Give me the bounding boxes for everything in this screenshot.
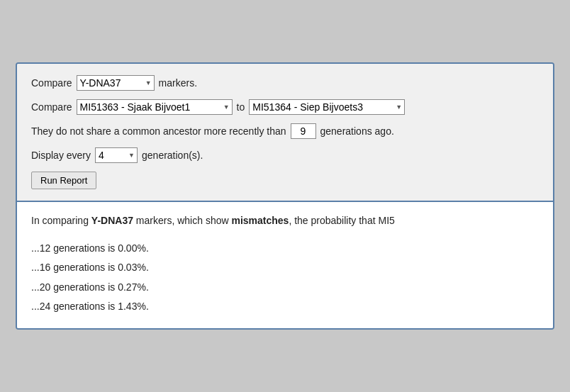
person1-select[interactable]: MI51363 - Sjaak Bijvoet1 bbox=[77, 99, 233, 115]
ancestor-row: They do not share a common ancestor more… bbox=[31, 123, 539, 139]
intro-marker: Y-DNA37 bbox=[91, 215, 133, 226]
intro-post: , the probability that MI5 bbox=[289, 215, 394, 226]
display-row: Display every 4 1 2 3 5 generation(s). bbox=[31, 147, 539, 163]
compare-label-2: Compare bbox=[31, 101, 72, 113]
bottom-section: In comparing Y-DNA37 markers, which show… bbox=[17, 202, 553, 328]
display-select-wrapper: 4 1 2 3 5 bbox=[95, 147, 138, 163]
generations-list: ...12 generations is 0.00%. ...16 genera… bbox=[31, 240, 539, 315]
run-report-button[interactable]: Run Report bbox=[31, 172, 96, 189]
gen-line-2: ...16 generations is 0.03%. bbox=[31, 262, 149, 273]
generations-input[interactable]: 9 bbox=[291, 123, 316, 139]
display-label-post: generation(s). bbox=[142, 150, 203, 161]
list-item: ...16 generations is 0.03%. bbox=[31, 259, 539, 276]
intro-mismatch: mismatches bbox=[231, 215, 289, 226]
display-label-pre: Display every bbox=[31, 150, 91, 161]
main-container: Compare Y-DNA37 Y-DNA67 Y-DNA111 markers… bbox=[16, 62, 554, 330]
person1-select-wrapper: MI51363 - Sjaak Bijvoet1 bbox=[77, 99, 233, 115]
gen-line-1: ...12 generations is 0.00%. bbox=[31, 242, 149, 254]
markers-select[interactable]: Y-DNA37 Y-DNA67 Y-DNA111 bbox=[77, 75, 155, 91]
result-intro: In comparing Y-DNA37 markers, which show… bbox=[31, 213, 539, 228]
markers-row: Compare Y-DNA37 Y-DNA67 Y-DNA111 markers… bbox=[31, 75, 539, 91]
to-label: to bbox=[237, 101, 245, 113]
button-row: Run Report bbox=[31, 172, 539, 189]
compare-label-1: Compare bbox=[31, 77, 72, 89]
ancestor-text-pre: They do not share a common ancestor more… bbox=[31, 125, 286, 137]
list-item: ...12 generations is 0.00%. bbox=[31, 240, 539, 257]
top-section: Compare Y-DNA37 Y-DNA67 Y-DNA111 markers… bbox=[17, 64, 553, 202]
markers-label: markers. bbox=[159, 77, 197, 89]
gen-line-3: ...20 generations is 0.27%. bbox=[31, 281, 149, 293]
display-select[interactable]: 4 1 2 3 5 bbox=[95, 147, 138, 163]
list-item: ...24 generations is 1.43%. bbox=[31, 298, 539, 315]
person2-select-wrapper: MI51364 - Siep Bijvoets3 bbox=[249, 99, 405, 115]
person2-select[interactable]: MI51364 - Siep Bijvoets3 bbox=[249, 99, 405, 115]
gen-line-4: ...24 generations is 1.43%. bbox=[31, 301, 149, 312]
intro-mid: markers, which show bbox=[133, 215, 231, 226]
markers-select-wrapper: Y-DNA37 Y-DNA67 Y-DNA111 bbox=[77, 75, 155, 91]
persons-row: Compare MI51363 - Sjaak Bijvoet1 to MI51… bbox=[31, 99, 539, 115]
list-item: ...20 generations is 0.27%. bbox=[31, 279, 539, 296]
ancestor-text-post: generations ago. bbox=[320, 125, 394, 137]
intro-pre: In comparing bbox=[31, 215, 91, 226]
